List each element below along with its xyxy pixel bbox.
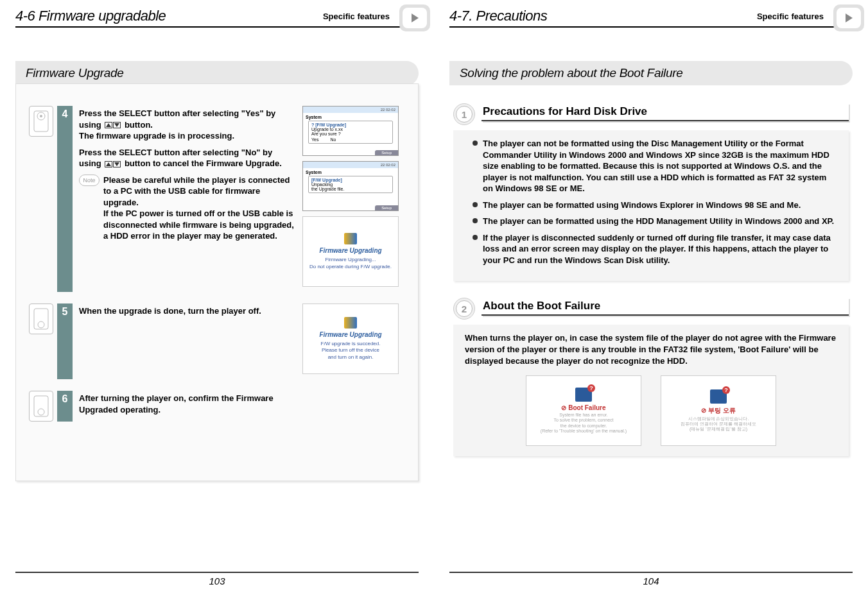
subsection-title: About the Boot Failure [482, 298, 849, 316]
note-text: Please be careful while the player is co… [103, 175, 294, 241]
left-page: 4-6 Firmware upgradable Specific feature… [0, 0, 434, 598]
up-down-arrows-icon [105, 161, 121, 167]
subsection-number-badge: 1 [453, 103, 475, 125]
upgrade-icon [344, 317, 357, 329]
device-thumb-icon [29, 106, 53, 137]
header-right-label: Specific features [757, 12, 824, 21]
svg-point-2 [40, 115, 42, 117]
right-page: 4-7. Precautions Specific features Solvi… [434, 0, 868, 598]
boot-failure-images: ? ⊘ Boot Failure System file has an erro… [465, 375, 837, 446]
section-title: Firmware Upgrade [26, 66, 124, 80]
step-text: Press the SELECT button after selecting … [79, 106, 296, 292]
note-icon: Note [79, 175, 100, 186]
svg-rect-3 [34, 309, 48, 329]
step-text: When the upgrade is done, turn the playe… [79, 303, 296, 379]
arrow-right-icon [846, 13, 853, 22]
step-number: 5 [57, 303, 73, 379]
header-right-label: Specific features [323, 12, 390, 21]
device-thumb-icon [29, 303, 53, 334]
step4-line3b: button to cancel the Firmware Upgrade. [125, 158, 282, 168]
page-number: 103 [15, 572, 419, 586]
bullet-dot-icon [473, 235, 478, 240]
bullet-dot-icon [473, 202, 478, 207]
plain-text-block: When turns the player on, in case the sy… [453, 325, 849, 456]
section-title-bar: Firmware Upgrade [15, 61, 419, 85]
section-title-bar: Solving the problem about the Boot Failu… [449, 61, 853, 85]
up-down-arrows-icon [105, 122, 121, 128]
content-panel: 4 Press the SELECT button after selectin… [15, 83, 419, 481]
subsection-number-badge: 2 [453, 298, 475, 320]
step-row: 6 After turning the player on, confirm t… [29, 391, 405, 422]
subsection-header: 2 About the Boot Failure [453, 298, 849, 320]
page-section-title: 4-6 Firmware upgradable [15, 8, 323, 24]
bullet-dot-icon [473, 218, 478, 223]
page-number: 104 [449, 572, 853, 586]
note-row: Note Please be careful while the player … [79, 175, 296, 242]
bullet-item: The player can not be formatted using th… [473, 138, 837, 194]
arrow-right-icon [412, 13, 419, 22]
bullet-item: If the player is disconnected suddenly o… [473, 232, 837, 266]
page-section-title: 4-7. Precautions [449, 8, 757, 24]
step-number: 4 [57, 106, 73, 292]
step4-line2: The firmware upgrade is in processing. [79, 131, 234, 141]
sim-screen-2: 22 02:02 System [F/W Upgrade] Unpacking … [302, 161, 399, 211]
step4-line1b: button. [125, 120, 153, 130]
step-row: 5 When the upgrade is done, turn the pla… [29, 303, 405, 379]
section-title: Solving the problem about the Boot Failu… [460, 66, 683, 80]
svg-rect-5 [34, 396, 48, 416]
boot-failure-screen-kr: ? ⊘ 부팅 오류 시스템파일에 손상되었습니다. 컴퓨터에 연결하여 문제를 … [661, 375, 776, 446]
step-text: After turning the player on, confirm the… [79, 391, 296, 422]
bullet-item: The player can be formatted using Window… [473, 200, 837, 211]
page-header: 4-6 Firmware upgradable Specific feature… [15, 8, 419, 28]
step-number: 6 [57, 391, 73, 422]
subsection-title: Precautions for Hard Disk Drive [482, 103, 849, 121]
corner-tab [833, 4, 864, 31]
bullet-block: The player can not be formatted using th… [453, 130, 849, 281]
subsection-header: 1 Precautions for Hard Disk Drive [453, 103, 849, 125]
upgrade-icon [344, 233, 357, 244]
corner-tab [399, 4, 430, 31]
sim-screen-3: Firmware Upgrading Firmware Upgrading...… [302, 216, 399, 287]
boot-failure-intro: When turns the player on, in case the sy… [465, 332, 837, 366]
svg-rect-0 [34, 111, 48, 132]
step-screenshots-col: 22 02:02 System ? [F/W Upgrade] Upgrade … [302, 106, 405, 292]
bullet-dot-icon [473, 141, 478, 146]
step-row: 4 Press the SELECT button after selectin… [29, 106, 405, 292]
sim-screen-success: Firmware Upgrading F/W upgrade is succed… [302, 303, 399, 374]
device-thumb-icon [29, 391, 53, 422]
boot-failure-screen-en: ? ⊘ Boot Failure System file has an erro… [526, 375, 641, 446]
sim-screen-1: 22 02:02 System ? [F/W Upgrade] Upgrade … [302, 106, 399, 156]
page-header: 4-7. Precautions Specific features [449, 8, 853, 28]
bullet-item: The player can be formatted using the HD… [473, 216, 837, 227]
